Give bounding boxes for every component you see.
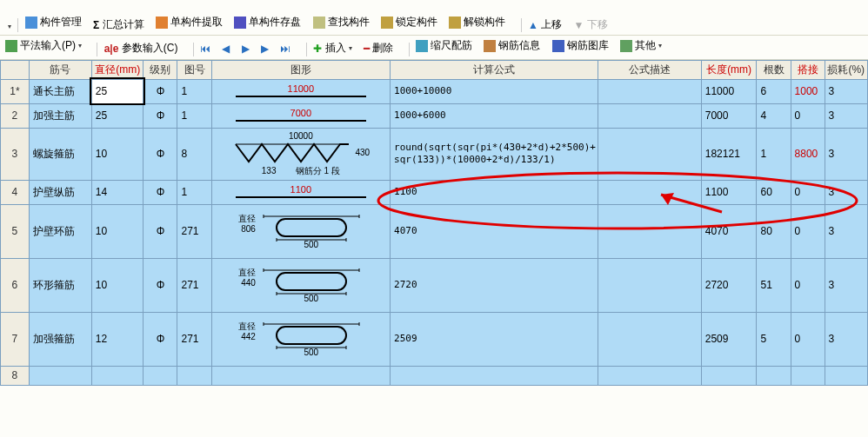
h-len: 长度(mm) (701, 60, 757, 79)
svg-rect-21 (277, 327, 346, 344)
btn-single-save[interactable]: 单构件存盘 (234, 15, 301, 30)
header-row: 筋号 直径(mm) 级别 图号 图形 计算公式 公式描述 长度(mm) 根数 搭… (1, 60, 868, 79)
btn-gjxx[interactable]: 钢筋信息 (484, 38, 540, 53)
svg-rect-7 (277, 219, 346, 236)
btn-lock[interactable]: 锁定构件 (381, 15, 437, 30)
plus-icon: ✚ (313, 43, 322, 55)
h-idx (1, 60, 30, 79)
nav-prev[interactable]: ◀ (222, 43, 230, 55)
table-row[interactable]: 6环形箍筋10Φ271 直径440 500 272027205103 (1, 258, 868, 312)
btn-pf-input[interactable]: 平法输入(P)▾ (5, 38, 82, 53)
unlock-icon (449, 17, 461, 29)
down-icon: ▼ (574, 19, 584, 31)
h-fig: 图号 (177, 60, 211, 79)
h-desc: 公式描述 (598, 60, 701, 79)
svg-rect-14 (277, 273, 346, 290)
btn-sum-calc[interactable]: Σ 汇总计算 (93, 17, 144, 32)
btn-single-extract[interactable]: 单构件提取 (156, 15, 223, 30)
btn-other[interactable]: 其他▾ (620, 38, 662, 53)
minus-icon: ━ (364, 43, 370, 55)
h-dia: 直径(mm) (91, 60, 144, 79)
btn-param-input[interactable]: a|e 参数输入(C) (104, 41, 178, 56)
h-formula: 计算公式 (391, 60, 598, 79)
btn-component-mgr[interactable]: 构件管理 (25, 15, 82, 30)
table-row[interactable]: 8 (1, 366, 868, 385)
up-icon: ▲ (528, 19, 538, 31)
h-shape: 图形 (211, 60, 391, 79)
nav-next[interactable]: ▶ (261, 43, 269, 55)
table-row[interactable]: 1*通长主筋25Φ111000 1000+1000011000610003 (1, 79, 868, 103)
nav-last[interactable]: ⏭ (280, 43, 290, 55)
table-row[interactable]: 3螺旋箍筋10Φ8 10000 430 133 钢筋分 1 段 round(sq… (1, 128, 868, 180)
dropdown-icon[interactable]: ▾ (8, 23, 11, 30)
top-menubar (0, 0, 868, 12)
table-row[interactable]: 7加强箍筋12Φ271 直径442 500 25092509503 (1, 312, 868, 366)
h-loss: 损耗(%) (825, 60, 867, 79)
btn-unlock[interactable]: 解锁构件 (449, 15, 505, 30)
btn-move-down: ▼ 下移 (574, 17, 608, 32)
toolbar-1: ▾ 构件管理 Σ 汇总计算 单构件提取 单构件存盘 查找构件 锁定构件 解锁构件… (0, 12, 868, 36)
h-grade: 级别 (144, 60, 177, 79)
nav-play[interactable]: ▶ (242, 43, 250, 55)
btn-insert[interactable]: ✚ 插入▾ (313, 41, 351, 56)
rebar-table[interactable]: 筋号 直径(mm) 级别 图号 图形 计算公式 公式描述 长度(mm) 根数 搭… (0, 60, 868, 386)
btn-sfpj[interactable]: 缩尺配筋 (416, 38, 472, 53)
h-lap: 搭接 (791, 60, 825, 79)
btn-move-up[interactable]: ▲ 上移 (528, 17, 562, 32)
btn-find[interactable]: 查找构件 (313, 15, 370, 30)
h-name: 筋号 (29, 60, 91, 79)
nav-first[interactable]: ⏮ (200, 43, 210, 55)
btn-gjtk[interactable]: 钢筋图库 (552, 38, 609, 53)
h-qty: 根数 (757, 60, 791, 79)
table-row[interactable]: 5护壁环筋10Φ271 直径806 500 407040708003 (1, 204, 868, 258)
table-row[interactable]: 2加强主筋25Φ17000 1000+60007000403 (1, 103, 868, 128)
btn-delete[interactable]: ━ 删除 (364, 41, 393, 56)
lock-icon (381, 17, 393, 29)
toolbar-2: 平法输入(P)▾ a|e 参数输入(C) ⏮ ◀ ▶ ▶ ⏭ ✚ 插入▾ ━ 删… (0, 36, 868, 59)
table-row[interactable]: 4护壁纵筋14Φ11100 110011006003 (1, 180, 868, 204)
